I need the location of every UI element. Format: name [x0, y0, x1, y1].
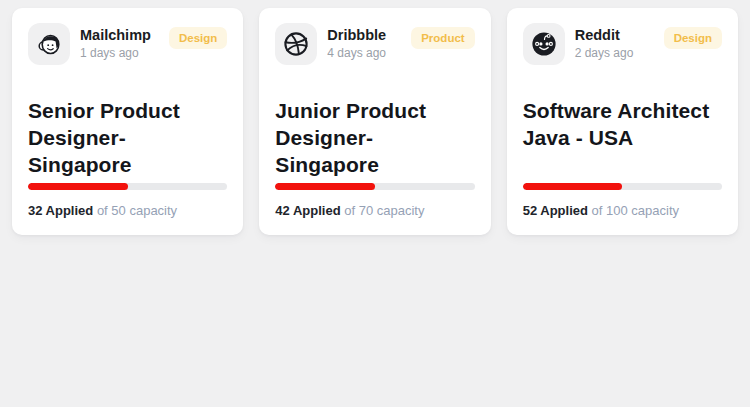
applicants-progress-bar	[523, 183, 722, 190]
company-logo	[28, 23, 70, 65]
job-title: Senior Product Designer-Singapore	[28, 97, 227, 178]
applicants-progress-fill	[28, 183, 128, 190]
reddit-icon	[530, 30, 558, 58]
job-card-mailchimp[interactable]: Mailchimp 1 days ago Design Senior Produ…	[12, 8, 243, 235]
mailchimp-icon	[35, 30, 63, 58]
posted-time: 2 days ago	[575, 45, 634, 61]
dribbble-icon	[282, 30, 310, 58]
company-logo	[523, 23, 565, 65]
applicants-progress-fill	[523, 183, 623, 190]
company-name: Dribbble	[327, 26, 386, 44]
card-header: Dribbble 4 days ago Product	[275, 23, 474, 65]
company-meta: Dribbble 4 days ago	[327, 23, 386, 61]
applied-count: 32 Applied	[28, 203, 93, 218]
job-card-dribbble[interactable]: Dribbble 4 days ago Product Junior Produ…	[259, 8, 490, 235]
applied-stats: 52 Applied of 100 capacity	[523, 203, 722, 219]
applied-count: 42 Applied	[275, 203, 340, 218]
posted-time: 4 days ago	[327, 45, 386, 61]
company-name: Reddit	[575, 26, 634, 44]
applicants-progress-bar	[275, 183, 474, 190]
capacity-label: of 50 capacity	[97, 203, 177, 218]
capacity-label: of 100 capacity	[592, 203, 679, 218]
category-badge[interactable]: Design	[169, 27, 227, 49]
company-meta: Mailchimp 1 days ago	[80, 23, 151, 61]
category-badge[interactable]: Design	[664, 27, 722, 49]
category-badge[interactable]: Product	[411, 27, 474, 49]
job-card-reddit[interactable]: Reddit 2 days ago Design Software Archit…	[507, 8, 738, 235]
card-header: Reddit 2 days ago Design	[523, 23, 722, 65]
applicants-progress-fill	[275, 183, 375, 190]
posted-time: 1 days ago	[80, 45, 151, 61]
job-card-board: Mailchimp 1 days ago Design Senior Produ…	[0, 0, 750, 243]
applied-stats: 42 Applied of 70 capacity	[275, 203, 474, 219]
applied-stats: 32 Applied of 50 capacity	[28, 203, 227, 219]
job-title: Software Architect Java - USA	[523, 97, 722, 151]
capacity-label: of 70 capacity	[344, 203, 424, 218]
card-header: Mailchimp 1 days ago Design	[28, 23, 227, 65]
job-title: Junior Product Designer-Singapore	[275, 97, 474, 178]
company-meta: Reddit 2 days ago	[575, 23, 634, 61]
applicants-progress-bar	[28, 183, 227, 190]
applied-count: 52 Applied	[523, 203, 588, 218]
company-logo	[275, 23, 317, 65]
company-name: Mailchimp	[80, 26, 151, 44]
